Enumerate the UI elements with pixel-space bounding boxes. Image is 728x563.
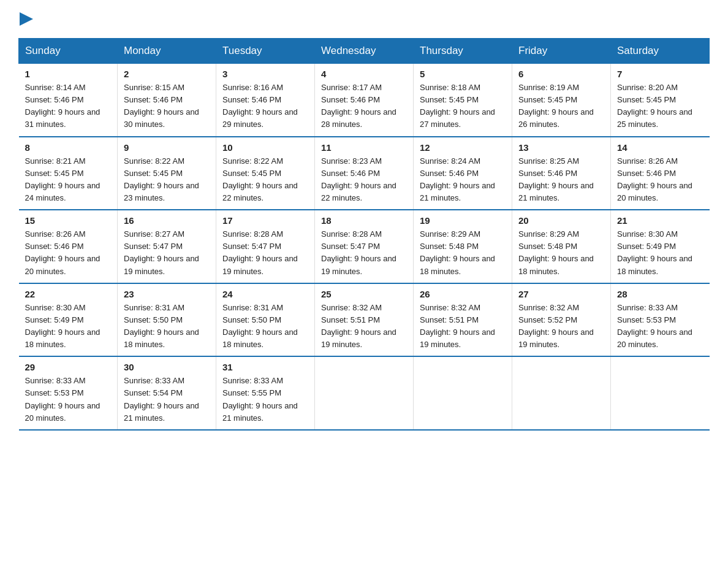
- svg-marker-0: [20, 12, 33, 26]
- day-number: 17: [222, 215, 308, 226]
- week-row-4: 22Sunrise: 8:30 AMSunset: 5:49 PMDayligh…: [19, 283, 710, 357]
- day-number: 9: [124, 142, 210, 153]
- logo-triangle-icon: [20, 12, 33, 26]
- day-info: Sunrise: 8:29 AMSunset: 5:48 PMDaylight:…: [518, 229, 594, 275]
- calendar-cell: 5Sunrise: 8:18 AMSunset: 5:45 PMDaylight…: [414, 64, 512, 137]
- calendar-cell: 21Sunrise: 8:30 AMSunset: 5:49 PMDayligh…: [611, 210, 710, 283]
- day-number: 13: [518, 142, 604, 153]
- day-number: 2: [124, 69, 210, 79]
- day-number: 4: [321, 69, 407, 79]
- day-info: Sunrise: 8:31 AMSunset: 5:50 PMDaylight:…: [222, 303, 298, 349]
- calendar-cell: [512, 356, 611, 430]
- calendar-cell: 11Sunrise: 8:23 AMSunset: 5:46 PMDayligh…: [315, 137, 414, 210]
- day-number: 23: [124, 289, 210, 299]
- calendar-cell: 12Sunrise: 8:24 AMSunset: 5:46 PMDayligh…: [414, 137, 512, 210]
- calendar-cell: 26Sunrise: 8:32 AMSunset: 5:51 PMDayligh…: [414, 283, 512, 357]
- days-of-week-row: SundayMondayTuesdayWednesdayThursdayFrid…: [19, 39, 710, 64]
- calendar-cell: 2Sunrise: 8:15 AMSunset: 5:46 PMDaylight…: [118, 64, 216, 137]
- day-header-sunday: Sunday: [19, 39, 118, 64]
- day-number: 25: [321, 289, 407, 299]
- day-info: Sunrise: 8:28 AMSunset: 5:47 PMDaylight:…: [321, 229, 396, 275]
- day-info: Sunrise: 8:26 AMSunset: 5:46 PMDaylight:…: [25, 229, 100, 275]
- day-number: 28: [617, 289, 703, 299]
- day-info: Sunrise: 8:16 AMSunset: 5:46 PMDaylight:…: [222, 83, 298, 129]
- calendar-cell: 7Sunrise: 8:20 AMSunset: 5:45 PMDaylight…: [611, 64, 710, 137]
- calendar-cell: [611, 356, 710, 430]
- day-number: 29: [25, 362, 112, 372]
- day-number: 24: [222, 289, 308, 299]
- calendar-cell: 6Sunrise: 8:19 AMSunset: 5:45 PMDaylight…: [512, 64, 611, 137]
- day-info: Sunrise: 8:22 AMSunset: 5:45 PMDaylight:…: [124, 156, 199, 202]
- calendar-cell: 24Sunrise: 8:31 AMSunset: 5:50 PMDayligh…: [216, 283, 315, 357]
- day-header-thursday: Thursday: [414, 39, 512, 64]
- calendar-cell: 9Sunrise: 8:22 AMSunset: 5:45 PMDaylight…: [118, 137, 216, 210]
- day-number: 12: [420, 142, 506, 153]
- day-info: Sunrise: 8:17 AMSunset: 5:46 PMDaylight:…: [321, 83, 396, 129]
- day-info: Sunrise: 8:33 AMSunset: 5:53 PMDaylight:…: [617, 303, 692, 349]
- week-row-3: 15Sunrise: 8:26 AMSunset: 5:46 PMDayligh…: [19, 210, 710, 283]
- calendar-body: 1Sunrise: 8:14 AMSunset: 5:46 PMDaylight…: [19, 64, 710, 430]
- calendar-cell: 19Sunrise: 8:29 AMSunset: 5:48 PMDayligh…: [414, 210, 512, 283]
- week-row-2: 8Sunrise: 8:21 AMSunset: 5:45 PMDaylight…: [19, 137, 710, 210]
- day-info: Sunrise: 8:29 AMSunset: 5:48 PMDaylight:…: [420, 229, 495, 275]
- day-number: 15: [25, 215, 112, 226]
- day-number: 14: [617, 142, 703, 153]
- day-info: Sunrise: 8:24 AMSunset: 5:46 PMDaylight:…: [420, 156, 495, 202]
- calendar-cell: 25Sunrise: 8:32 AMSunset: 5:51 PMDayligh…: [315, 283, 414, 357]
- day-info: Sunrise: 8:26 AMSunset: 5:46 PMDaylight:…: [617, 156, 692, 202]
- day-number: 20: [518, 215, 604, 226]
- day-info: Sunrise: 8:20 AMSunset: 5:45 PMDaylight:…: [617, 83, 692, 129]
- day-info: Sunrise: 8:33 AMSunset: 5:53 PMDaylight:…: [25, 376, 100, 422]
- day-info: Sunrise: 8:27 AMSunset: 5:47 PMDaylight:…: [124, 229, 199, 275]
- calendar-cell: [414, 356, 512, 430]
- calendar-cell: 17Sunrise: 8:28 AMSunset: 5:47 PMDayligh…: [216, 210, 315, 283]
- day-info: Sunrise: 8:32 AMSunset: 5:51 PMDaylight:…: [321, 303, 396, 349]
- day-number: 10: [222, 142, 308, 153]
- calendar-cell: 27Sunrise: 8:32 AMSunset: 5:52 PMDayligh…: [512, 283, 611, 357]
- day-number: 18: [321, 215, 407, 226]
- calendar-cell: 16Sunrise: 8:27 AMSunset: 5:47 PMDayligh…: [118, 210, 216, 283]
- day-info: Sunrise: 8:32 AMSunset: 5:51 PMDaylight:…: [420, 303, 495, 349]
- day-info: Sunrise: 8:30 AMSunset: 5:49 PMDaylight:…: [617, 229, 692, 275]
- week-row-1: 1Sunrise: 8:14 AMSunset: 5:46 PMDaylight…: [19, 64, 710, 137]
- day-info: Sunrise: 8:18 AMSunset: 5:45 PMDaylight:…: [420, 83, 495, 129]
- day-number: 6: [518, 69, 604, 79]
- day-number: 16: [124, 215, 210, 226]
- day-number: 27: [518, 289, 604, 299]
- calendar-cell: 1Sunrise: 8:14 AMSunset: 5:46 PMDaylight…: [19, 64, 118, 137]
- day-number: 8: [25, 142, 112, 153]
- logo: [18, 12, 33, 28]
- day-number: 7: [617, 69, 703, 79]
- calendar-cell: 28Sunrise: 8:33 AMSunset: 5:53 PMDayligh…: [611, 283, 710, 357]
- calendar-cell: 23Sunrise: 8:31 AMSunset: 5:50 PMDayligh…: [118, 283, 216, 357]
- day-header-friday: Friday: [512, 39, 611, 64]
- calendar-cell: 29Sunrise: 8:33 AMSunset: 5:53 PMDayligh…: [19, 356, 118, 430]
- calendar-cell: 22Sunrise: 8:30 AMSunset: 5:49 PMDayligh…: [19, 283, 118, 357]
- week-row-5: 29Sunrise: 8:33 AMSunset: 5:53 PMDayligh…: [19, 356, 710, 430]
- day-info: Sunrise: 8:21 AMSunset: 5:45 PMDaylight:…: [25, 156, 100, 202]
- calendar-cell: 4Sunrise: 8:17 AMSunset: 5:46 PMDaylight…: [315, 64, 414, 137]
- day-info: Sunrise: 8:28 AMSunset: 5:47 PMDaylight:…: [222, 229, 298, 275]
- day-header-saturday: Saturday: [611, 39, 710, 64]
- day-header-wednesday: Wednesday: [315, 39, 414, 64]
- day-number: 11: [321, 142, 407, 153]
- day-info: Sunrise: 8:22 AMSunset: 5:45 PMDaylight:…: [222, 156, 298, 202]
- calendar-header: SundayMondayTuesdayWednesdayThursdayFrid…: [19, 39, 710, 64]
- calendar-cell: 18Sunrise: 8:28 AMSunset: 5:47 PMDayligh…: [315, 210, 414, 283]
- calendar-table: SundayMondayTuesdayWednesdayThursdayFrid…: [18, 38, 710, 431]
- day-info: Sunrise: 8:23 AMSunset: 5:46 PMDaylight:…: [321, 156, 396, 202]
- calendar-cell: 31Sunrise: 8:33 AMSunset: 5:55 PMDayligh…: [216, 356, 315, 430]
- day-header-monday: Monday: [118, 39, 216, 64]
- calendar-cell: 8Sunrise: 8:21 AMSunset: 5:45 PMDaylight…: [19, 137, 118, 210]
- day-number: 22: [25, 289, 112, 299]
- calendar-cell: 13Sunrise: 8:25 AMSunset: 5:46 PMDayligh…: [512, 137, 611, 210]
- day-number: 30: [124, 362, 210, 372]
- day-number: 26: [420, 289, 506, 299]
- page-header: [18, 12, 710, 28]
- calendar-cell: [315, 356, 414, 430]
- day-info: Sunrise: 8:31 AMSunset: 5:50 PMDaylight:…: [124, 303, 199, 349]
- day-number: 1: [25, 69, 112, 79]
- calendar-cell: 20Sunrise: 8:29 AMSunset: 5:48 PMDayligh…: [512, 210, 611, 283]
- day-info: Sunrise: 8:33 AMSunset: 5:54 PMDaylight:…: [124, 376, 199, 422]
- day-number: 5: [420, 69, 506, 79]
